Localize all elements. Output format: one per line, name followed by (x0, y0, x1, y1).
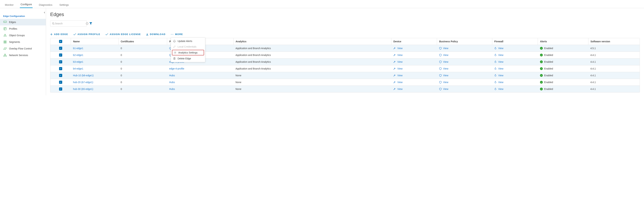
device-view-link[interactable]: View (393, 74, 435, 77)
alerts-status: ✓Enabled (540, 74, 586, 77)
sidebar-item-label: Object Groups (9, 34, 25, 37)
sidebar-item-profiles[interactable]: Profiles (0, 26, 46, 32)
row-checkbox[interactable]: ✓ (59, 74, 62, 77)
filter-icon[interactable] (89, 22, 92, 25)
edge-name-link[interactable]: b2-edge1 (73, 54, 83, 56)
business-policy-view-link[interactable]: View (439, 60, 490, 63)
profile-link[interactable]: Hubs (169, 74, 175, 77)
search-input[interactable] (54, 22, 86, 25)
svg-rect-37 (174, 58, 175, 60)
shield-icon (439, 60, 442, 63)
sidebar-item-object-groups[interactable]: Object Groups (0, 32, 46, 39)
svg-point-9 (6, 36, 6, 36)
sidebar-item-segments[interactable]: Segments (0, 39, 46, 45)
edge-name-link[interactable]: hub-20 (b7-edge1) (73, 81, 93, 84)
profile-link[interactable]: Hubs (169, 81, 175, 84)
col-alerts[interactable]: Alerts (538, 38, 588, 45)
sidebar-item-overlay-flow-control[interactable]: Overlay Flow Control (0, 45, 46, 52)
device-view-link[interactable]: View (393, 60, 435, 63)
row-checkbox[interactable]: ✓ (59, 88, 62, 90)
sidebar-item-label: Network Services (9, 54, 28, 56)
firewall-view-link[interactable]: View (494, 67, 536, 70)
business-policy-view-link[interactable]: View (439, 74, 490, 77)
device-view-link[interactable]: View (393, 81, 435, 84)
overlay-flow-icon (4, 47, 6, 50)
edges-icon (4, 20, 6, 24)
check-circle-icon: ✓ (540, 67, 543, 70)
gear-icon (174, 51, 176, 54)
business-policy-view-link[interactable]: View (439, 81, 490, 84)
firewall-view-link[interactable]: View (494, 60, 536, 63)
cert-cell: 0 (118, 79, 167, 86)
business-policy-view-link[interactable]: View (439, 67, 490, 70)
select-all-checkbox[interactable]: ✓ (59, 40, 62, 43)
alerts-status: ✓Enabled (540, 47, 586, 50)
menu-item-label: Delete Edge (178, 57, 191, 60)
svg-point-3 (5, 22, 6, 22)
edge-name-link[interactable]: b1-edge1 (73, 47, 83, 50)
check-icon (106, 33, 108, 35)
profile-link[interactable]: edge-4-profile (169, 67, 184, 70)
row-checkbox[interactable]: ✓ (59, 60, 62, 64)
check-circle-icon: ✓ (540, 54, 543, 56)
business-policy-view-link[interactable]: View (439, 54, 490, 56)
view-label: View (443, 60, 448, 63)
col-business-policy[interactable]: Business Policy (437, 38, 492, 45)
sidebar-item-network-services[interactable]: Network Services (0, 52, 46, 58)
menu-update-alerts[interactable]: Update Alerts (171, 38, 205, 44)
table-row: ✓ b4-edge1 0 edge-4-profile Application … (50, 65, 640, 72)
col-device[interactable]: Device (391, 38, 437, 45)
view-label: View (443, 47, 448, 50)
assign-edge-license-button[interactable]: ASSIGN EDGE LICENSE (106, 33, 141, 36)
sidebar-item-label: Overlay Flow Control (9, 47, 32, 50)
col-name[interactable]: Name (71, 38, 118, 45)
edge-name-link[interactable]: b4-edge1 (73, 67, 83, 70)
cert-cell: 0 (118, 58, 167, 65)
row-checkbox[interactable]: ✓ (59, 67, 62, 70)
search-box[interactable] (50, 20, 87, 27)
edge-name-link[interactable]: Hub-10 (b6-edge1) (73, 74, 94, 77)
view-label: View (397, 54, 402, 56)
firewall-view-link[interactable]: View (494, 81, 536, 84)
menu-delete-edge[interactable]: Delete Edge (171, 56, 205, 61)
download-button[interactable]: DOWNLOAD (146, 33, 166, 36)
table-row: ✓ Hub-10 (b6-edge1) 0 Hubs None View Vie… (50, 72, 640, 79)
cert-cell: 0 (118, 72, 167, 79)
tab-configure[interactable]: Configure (20, 2, 32, 8)
row-checkbox[interactable]: ✓ (59, 47, 62, 50)
firewall-view-link[interactable]: View (494, 88, 536, 90)
edge-name-link[interactable]: hub-30 (b5-edge1) (73, 88, 93, 90)
row-checkbox[interactable]: ✓ (59, 54, 62, 56)
profile-link[interactable]: Hubs (169, 88, 175, 90)
menu-analytics-settings[interactable]: Analytics Settings (172, 50, 204, 56)
col-certificates[interactable]: Certificates (118, 38, 167, 45)
assign-profile-button[interactable]: ASSIGN PROFILE (73, 33, 100, 36)
device-view-link[interactable]: View (393, 67, 435, 70)
business-policy-view-link[interactable]: View (439, 47, 490, 50)
col-software-version[interactable]: Software version (588, 38, 640, 45)
business-policy-view-link[interactable]: View (439, 88, 490, 90)
tab-monitor[interactable]: Monitor (4, 2, 14, 8)
firewall-view-link[interactable]: View (494, 47, 536, 50)
table-row: ✓ hub-30 (b5-edge1) 0 Hubs None View Vie… (50, 86, 640, 92)
page-title: Edges (50, 12, 640, 17)
tab-diagnostics[interactable]: Diagnostics (38, 2, 53, 8)
more-button[interactable]: ··· MORE Update Alerts Local Crede (171, 33, 183, 36)
enabled-label: Enabled (544, 54, 553, 56)
wrench-icon (393, 68, 396, 70)
shield-icon (439, 88, 442, 90)
col-analytics[interactable]: Analytics (233, 38, 391, 45)
device-view-link[interactable]: View (393, 54, 435, 56)
info-icon[interactable] (86, 22, 88, 25)
object-groups-icon (4, 34, 6, 37)
col-firewall[interactable]: Firewall (492, 38, 538, 45)
tab-settings[interactable]: Settings (59, 2, 70, 8)
device-view-link[interactable]: View (393, 88, 435, 90)
sidebar-item-edges[interactable]: Edges (0, 19, 46, 26)
firewall-view-link[interactable]: View (494, 54, 536, 56)
edge-name-link[interactable]: b3-edge1 (73, 60, 83, 63)
row-checkbox[interactable]: ✓ (59, 81, 62, 84)
firewall-view-link[interactable]: View (494, 74, 536, 77)
add-edge-button[interactable]: ADD EDGE (50, 33, 68, 36)
device-view-link[interactable]: View (393, 47, 435, 50)
